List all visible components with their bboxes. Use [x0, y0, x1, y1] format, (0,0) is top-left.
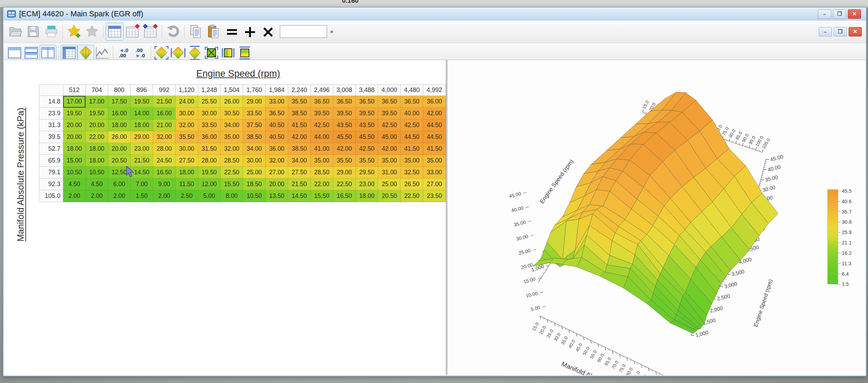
- grid-view-button[interactable]: [61, 45, 77, 61]
- spark-cell[interactable]: 38.50: [288, 108, 310, 119]
- spark-cell[interactable]: 31.00: [378, 167, 401, 178]
- maximize-button[interactable]: ❐: [833, 9, 846, 19]
- spark-cell[interactable]: 33.00: [423, 167, 446, 178]
- spark-cell[interactable]: 21.50: [131, 155, 153, 167]
- cell-fill-button[interactable]: [220, 45, 236, 61]
- spark-cell[interactable]: 44.00: [310, 131, 333, 143]
- spark-cell[interactable]: 20.00: [85, 119, 108, 131]
- spark-cell[interactable]: 18.00: [108, 119, 131, 131]
- decimals-decrease-button[interactable]: ◄.0 .00: [115, 45, 132, 61]
- spark-cell[interactable]: 29.00: [131, 131, 153, 143]
- spark-cell[interactable]: 20.00: [266, 178, 288, 190]
- surface-select-row-button[interactable]: [186, 45, 203, 61]
- spark-cell[interactable]: 29.00: [243, 96, 266, 108]
- spark-cell[interactable]: 35.00: [310, 155, 333, 167]
- spark-cell[interactable]: 36.50: [266, 108, 288, 119]
- spark-cell[interactable]: 2.00: [108, 190, 131, 202]
- spark-cell[interactable]: 2.00: [85, 190, 108, 202]
- spark-cell[interactable]: 27.50: [175, 155, 198, 167]
- col-header[interactable]: 704: [85, 85, 108, 96]
- spark-cell[interactable]: 22.00: [85, 131, 108, 143]
- spark-cell[interactable]: 42.00: [378, 143, 401, 155]
- spark-cell[interactable]: 2.00: [63, 190, 86, 202]
- spark-cell[interactable]: 36.00: [198, 131, 220, 143]
- col-header[interactable]: 512: [63, 85, 86, 96]
- row-header[interactable]: 14.8: [39, 96, 63, 108]
- paste-button[interactable]: [205, 23, 223, 41]
- table-view-history-button[interactable]: [142, 23, 160, 41]
- spark-cell[interactable]: 44.50: [423, 131, 446, 143]
- spark-cell[interactable]: 19.50: [63, 108, 86, 119]
- spark-cell[interactable]: 16.00: [153, 108, 175, 119]
- spark-cell[interactable]: 14.50: [288, 190, 310, 202]
- row-header[interactable]: 52.7: [39, 143, 63, 155]
- spark-cell[interactable]: 26.00: [108, 131, 131, 143]
- spark-cell[interactable]: 13.50: [266, 190, 288, 202]
- spark-cell[interactable]: 44.50: [423, 119, 446, 131]
- spark-cell[interactable]: 26.50: [401, 178, 423, 190]
- spark-cell[interactable]: 36.50: [310, 96, 333, 108]
- spark-cell[interactable]: 32.00: [175, 119, 198, 131]
- spark-cell[interactable]: 43.50: [333, 119, 356, 131]
- spark-cell[interactable]: 32.00: [220, 143, 243, 155]
- spark-cell[interactable]: 42.50: [356, 143, 378, 155]
- spark-cell[interactable]: 17.50: [108, 96, 131, 108]
- spark-cell[interactable]: 35.00: [378, 155, 401, 167]
- spark-cell[interactable]: 45.50: [356, 131, 378, 143]
- spark-cell[interactable]: 40.00: [401, 108, 423, 119]
- spark-cell[interactable]: 40.50: [266, 119, 288, 131]
- spark-cell[interactable]: 10.50: [243, 190, 266, 202]
- mdi-minimize-button[interactable]: –: [819, 27, 832, 36]
- row-header[interactable]: 79.1: [39, 167, 63, 178]
- spark-cell[interactable]: 18.00: [85, 143, 108, 155]
- spark-cell[interactable]: 34.00: [243, 143, 266, 155]
- spark-cell[interactable]: 38.50: [243, 131, 266, 143]
- undo-button[interactable]: [164, 23, 182, 41]
- col-header[interactable]: 2,240: [288, 85, 310, 96]
- spark-cell[interactable]: 9.00: [153, 178, 175, 190]
- save-button[interactable]: [24, 23, 42, 41]
- col-header[interactable]: 1,504: [220, 85, 243, 96]
- spark-cell[interactable]: 45.00: [378, 131, 401, 143]
- spark-cell[interactable]: 23.00: [356, 178, 378, 190]
- spark-cell[interactable]: 18.00: [85, 155, 108, 167]
- spark-cell[interactable]: 11.50: [175, 178, 198, 190]
- spark-cell[interactable]: 39.50: [333, 108, 356, 119]
- col-header[interactable]: 992: [153, 85, 175, 96]
- print-button[interactable]: [42, 23, 60, 41]
- col-header[interactable]: 896: [131, 85, 153, 96]
- spark-cell[interactable]: 28.00: [153, 143, 175, 155]
- col-header[interactable]: 2,496: [310, 85, 333, 96]
- spark-cell[interactable]: 29.00: [333, 167, 356, 178]
- table-view-main-button[interactable]: [106, 23, 124, 41]
- spark-cell[interactable]: 20.50: [108, 155, 131, 167]
- spark-surface-chart[interactable]: 1,0001,5002,0002,5003,0003,5004,0004,500…: [448, 60, 865, 375]
- spark-cell[interactable]: 17.00: [85, 96, 108, 108]
- spark-cell[interactable]: 12.00: [198, 178, 220, 190]
- spark-cell[interactable]: 17.00: [63, 96, 86, 108]
- spark-cell[interactable]: 1.50: [131, 190, 153, 202]
- spark-cell[interactable]: 41.00: [310, 143, 333, 155]
- row-header[interactable]: 92.3: [39, 178, 63, 190]
- mdi-close-button[interactable]: ✕: [849, 27, 862, 36]
- spark-cell[interactable]: 24.50: [153, 155, 175, 167]
- spark-cell[interactable]: 32.00: [266, 155, 288, 167]
- surface-select-all-button[interactable]: [153, 45, 170, 61]
- row-header[interactable]: 65.9: [39, 155, 63, 167]
- spark-cell[interactable]: 35.00: [401, 155, 423, 167]
- col-header[interactable]: 1,120: [175, 85, 198, 96]
- spark-cell[interactable]: 18.00: [63, 143, 86, 155]
- cell-clear-button[interactable]: [203, 45, 220, 61]
- col-header[interactable]: 3,488: [356, 85, 378, 96]
- spark-cell[interactable]: 21.00: [153, 119, 175, 131]
- close-button[interactable]: ✕: [848, 9, 861, 19]
- col-header[interactable]: 4,992: [423, 85, 446, 96]
- spark-cell[interactable]: 35.50: [288, 96, 310, 108]
- spark-cell[interactable]: 35.00: [220, 131, 243, 143]
- spark-cell[interactable]: 33.50: [243, 108, 266, 119]
- spark-cell[interactable]: 30.50: [220, 108, 243, 119]
- spark-cell[interactable]: 32.50: [401, 167, 423, 178]
- pane-split-horizontal-button[interactable]: [23, 45, 40, 61]
- spark-cell[interactable]: 30.00: [243, 155, 266, 167]
- spark-cell[interactable]: 18.00: [175, 167, 198, 178]
